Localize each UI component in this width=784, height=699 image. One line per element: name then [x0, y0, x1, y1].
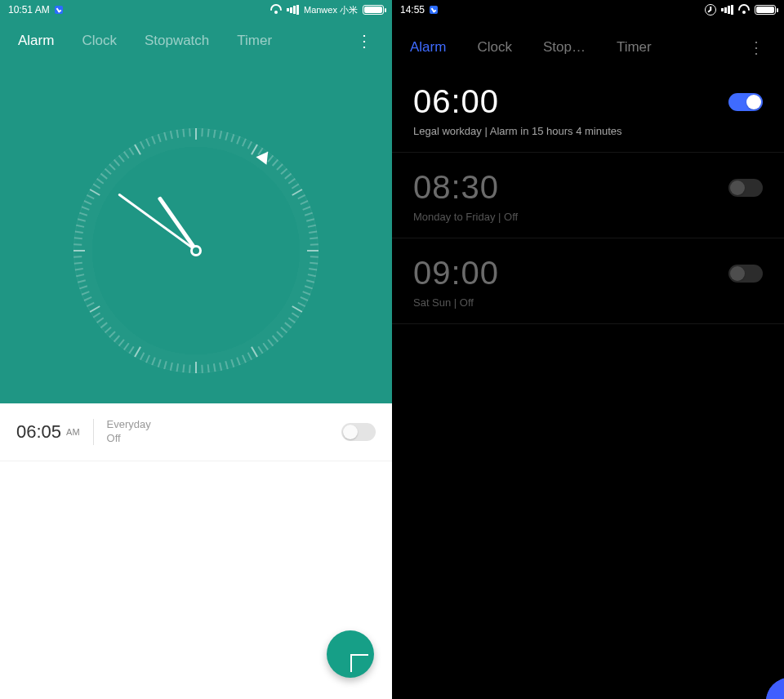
tab-bar: Alarm Clock Stop… Timer ⋮ — [392, 20, 784, 67]
tab-clock[interactable]: Clock — [477, 39, 512, 56]
tab-alarm[interactable]: Alarm — [18, 33, 54, 49]
alarm-time: 06:00 — [413, 83, 499, 120]
analog-clock — [0, 59, 392, 443]
add-alarm-button[interactable] — [766, 678, 784, 699]
add-alarm-button[interactable] — [327, 630, 374, 678]
status-time: 10:51 AM — [8, 4, 50, 16]
alarm-item[interactable]: 08:30 Monday to Friday | Off — [392, 153, 784, 238]
alarm-toggle[interactable] — [728, 93, 763, 111]
alarm-subtitle: Legal workday | Alarm in 15 hours 4 minu… — [413, 125, 763, 137]
tab-timer[interactable]: Timer — [617, 39, 652, 56]
tab-clock[interactable]: Clock — [82, 33, 117, 49]
tab-alarm[interactable]: Alarm — [410, 39, 446, 56]
status-time: 14:55 — [400, 4, 425, 16]
alarm-subtitle: Sat Sun | Off — [413, 296, 763, 309]
tab-stopwatch[interactable]: Stopwatch — [145, 33, 209, 49]
alarm-item[interactable]: 09:00 Sat Sun | Off — [392, 238, 784, 324]
tab-stopwatch[interactable]: Stop… — [543, 39, 586, 56]
alarm-item[interactable]: 06:05 AM Everyday Off — [0, 403, 392, 461]
notification-badge-icon — [430, 6, 438, 14]
tab-timer[interactable]: Timer — [237, 33, 272, 49]
tab-bar: Alarm Clock Stopwatch Timer ⋮ — [0, 20, 392, 59]
alarm-status: Off — [107, 432, 151, 446]
alarm-ampm: AM — [66, 427, 80, 437]
phone-light: 10:51 AM Manwex 小米 Alarm Clock Stopwatch… — [0, 0, 392, 699]
signal-icon — [287, 5, 299, 15]
alarm-time: 09:00 — [413, 255, 499, 292]
phone-dark: 14:55 Alarm Clock Stop… Timer ⋮ 06:00 Le… — [392, 0, 784, 699]
alarm-meta: Everyday Off — [107, 418, 151, 446]
alarm-toggle[interactable] — [341, 423, 376, 441]
alarm-subtitle: Monday to Friday | Off — [413, 211, 763, 223]
status-bar: 14:55 — [392, 0, 784, 20]
battery-icon — [755, 5, 776, 15]
wifi-icon — [738, 4, 750, 16]
carrier-label: Manwex 小米 — [304, 4, 358, 16]
clock-pivot — [190, 245, 202, 256]
alarm-status-icon — [705, 4, 716, 16]
divider — [93, 419, 94, 445]
alarm-time: 06:05 — [16, 421, 61, 443]
alarm-time: 08:30 — [413, 169, 499, 206]
wifi-icon — [270, 4, 282, 16]
notification-badge-icon — [55, 6, 63, 14]
alarm-toggle[interactable] — [728, 265, 763, 283]
menu-more-icon[interactable]: ⋮ — [748, 38, 766, 57]
battery-icon — [363, 5, 384, 15]
status-bar: 10:51 AM Manwex 小米 — [0, 0, 392, 20]
alarm-repeat: Everyday — [107, 418, 151, 432]
menu-more-icon[interactable]: ⋮ — [356, 31, 374, 51]
alarm-toggle[interactable] — [728, 179, 763, 197]
alarm-item[interactable]: 06:00 Legal workday | Alarm in 15 hours … — [392, 67, 784, 153]
signal-icon — [721, 5, 733, 15]
